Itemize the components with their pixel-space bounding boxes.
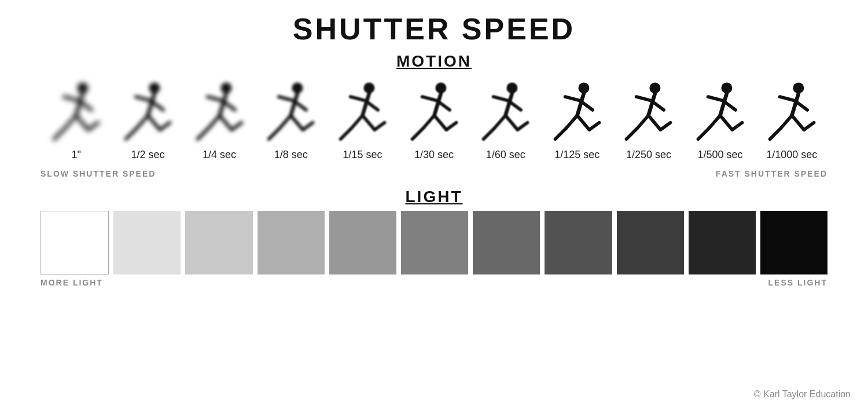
figures-row: 1" 1/2 sec [23, 75, 845, 168]
light-swatch [760, 211, 827, 274]
svg-line-85 [804, 123, 814, 130]
figure-item: 1/1000 sec [756, 83, 827, 161]
svg-line-13 [160, 123, 170, 130]
svg-line-47 [412, 128, 423, 139]
figure-item: 1" [41, 83, 112, 161]
svg-line-63 [555, 128, 566, 139]
light-swatch [329, 211, 396, 274]
svg-line-67 [637, 97, 652, 101]
light-swatch [473, 211, 540, 274]
svg-line-76 [720, 115, 733, 130]
speed-label: 1/250 sec [626, 149, 671, 161]
svg-line-44 [434, 115, 446, 130]
speed-label: 1/1000 sec [766, 149, 817, 161]
svg-line-39 [340, 128, 351, 139]
svg-line-45 [446, 123, 456, 130]
svg-line-79 [698, 128, 709, 139]
light-swatch [113, 211, 181, 274]
speed-label: 1/125 sec [554, 149, 599, 161]
svg-line-60 [577, 115, 589, 130]
svg-line-86 [781, 115, 792, 128]
svg-line-84 [792, 115, 804, 130]
light-swatch [185, 211, 252, 274]
svg-line-87 [770, 128, 781, 139]
speed-label: 1/500 sec [698, 149, 743, 161]
svg-line-83 [779, 97, 795, 101]
svg-line-62 [566, 115, 577, 128]
runner-figure-icon [259, 83, 323, 147]
svg-line-75 [708, 97, 723, 101]
svg-line-69 [661, 123, 671, 130]
svg-line-52 [506, 115, 518, 130]
runner-figure-icon [402, 83, 466, 147]
speed-label: 1/2 sec [131, 149, 164, 161]
copyright: © Karl Taylor Education [754, 389, 851, 400]
svg-line-6 [65, 115, 76, 128]
page-container: SHUTTER SPEED MOTION 1" [0, 0, 868, 410]
figure-item: 1/30 sec [398, 83, 470, 161]
runner-figure-icon [474, 83, 538, 147]
runner-figure-icon [760, 83, 823, 147]
svg-line-70 [638, 115, 649, 128]
light-title: LIGHT [23, 188, 845, 206]
runner-figure-icon [689, 83, 752, 147]
figure-item: 1/250 sec [613, 83, 685, 161]
svg-line-35 [350, 97, 365, 101]
speed-labels-row: SLOW SHUTTER SPEED FAST SHUTTER SPEED [23, 169, 845, 178]
speed-label: 1/15 sec [343, 149, 382, 161]
runner-figure-icon [45, 83, 108, 147]
light-swatch [545, 211, 612, 274]
runner-figure-icon [187, 83, 251, 147]
figure-item: 1/2 sec [112, 83, 184, 161]
speed-label: 1/8 sec [274, 149, 308, 161]
svg-line-68 [649, 115, 661, 130]
svg-line-22 [208, 115, 219, 128]
light-swatch [258, 211, 325, 274]
svg-line-61 [589, 123, 599, 130]
slow-shutter-label: SLOW SHUTTER SPEED [41, 169, 156, 178]
svg-line-71 [627, 128, 638, 139]
svg-line-19 [207, 97, 222, 101]
motion-title: MOTION [23, 52, 845, 71]
svg-line-29 [303, 123, 313, 130]
fast-shutter-label: FAST SHUTTER SPEED [716, 169, 827, 178]
light-labels-row: MORE LIGHT LESS LIGHT [23, 278, 845, 287]
svg-line-38 [351, 115, 362, 128]
svg-line-23 [197, 128, 208, 139]
figure-item: 1/500 sec [685, 83, 756, 161]
svg-line-11 [136, 97, 151, 101]
svg-line-15 [126, 128, 137, 139]
svg-line-5 [89, 123, 98, 130]
svg-line-36 [362, 115, 374, 130]
runner-figure-icon [545, 83, 609, 147]
svg-line-20 [219, 115, 231, 130]
light-swatch [617, 211, 684, 274]
svg-line-37 [374, 123, 384, 130]
speed-label: 1/30 sec [414, 149, 454, 161]
runner-figure-icon [330, 83, 394, 147]
runner-figure-icon [617, 83, 681, 147]
svg-line-12 [148, 115, 160, 130]
figure-item: 1/125 sec [541, 83, 613, 161]
more-light-label: MORE LIGHT [41, 278, 103, 287]
svg-line-55 [484, 128, 495, 139]
runner-figure-icon [116, 83, 179, 147]
swatches-row [23, 211, 845, 274]
speed-label: 1" [72, 149, 81, 161]
motion-section: MOTION 1" [23, 52, 845, 178]
svg-line-27 [279, 97, 294, 101]
light-swatch [41, 211, 109, 274]
svg-line-7 [54, 128, 65, 139]
svg-line-14 [137, 115, 148, 128]
svg-line-43 [422, 97, 437, 101]
svg-line-54 [495, 115, 506, 128]
light-swatch [401, 211, 468, 274]
svg-line-53 [518, 123, 528, 130]
speed-label: 1/4 sec [203, 149, 236, 161]
svg-line-30 [280, 115, 291, 128]
svg-line-3 [64, 97, 79, 101]
figure-item: 1/8 sec [255, 83, 327, 161]
svg-line-21 [231, 123, 241, 130]
main-title: SHUTTER SPEED [23, 12, 845, 46]
svg-line-77 [732, 123, 742, 130]
